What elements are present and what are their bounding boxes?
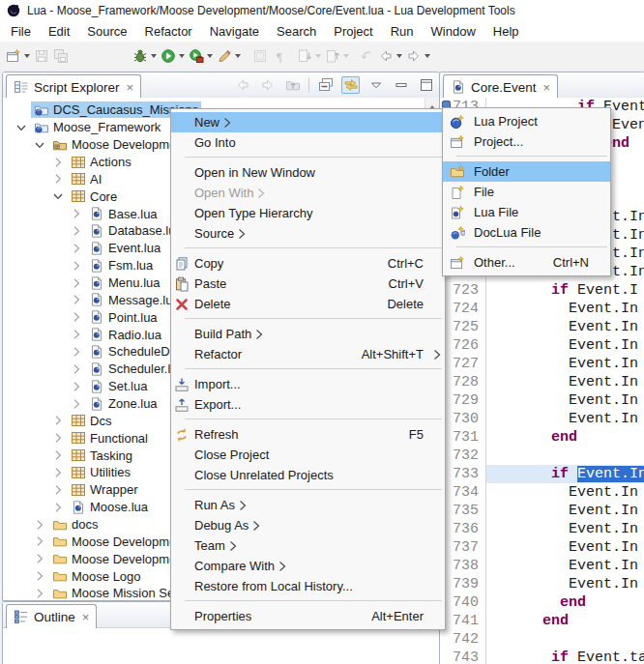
menu-item-debug-as[interactable]: Debug As — [171, 515, 445, 535]
menubar-project[interactable]: Project — [325, 22, 381, 41]
chevron-right-icon[interactable] — [48, 430, 68, 446]
code-line-735[interactable]: 735 Event.In — [440, 502, 644, 520]
tab-core-event[interactable]: Core.Event × — [443, 74, 558, 99]
code-line-733[interactable]: 733 if Event.In — [440, 465, 644, 483]
dropdown-arrow-icon[interactable] — [235, 54, 241, 58]
menu-item-open-in-new-window[interactable]: Open in New Window — [171, 162, 445, 183]
dropdown-arrow-icon[interactable] — [315, 54, 321, 58]
menu-item-paste[interactable]: PasteCtrl+V — [171, 274, 445, 294]
menu-item-compare-with[interactable]: Compare With — [171, 556, 445, 576]
chevron-right-icon[interactable] — [48, 500, 68, 515]
menubar-source[interactable]: Source — [78, 22, 135, 41]
dropdown-arrow-icon[interactable] — [343, 54, 349, 58]
view-menu-button[interactable] — [366, 76, 385, 94]
back-button[interactable] — [376, 45, 404, 67]
code-line-742[interactable]: 742 — [440, 630, 644, 649]
menu-item-file[interactable]: File — [443, 182, 610, 202]
code-line-740[interactable]: 740 end — [440, 593, 644, 612]
show-whitespace-button[interactable]: ¶ — [270, 45, 289, 67]
code-line-737[interactable]: 737 Event.In — [440, 538, 644, 557]
chevron-right-icon[interactable] — [67, 258, 86, 274]
chevron-down-icon[interactable] — [12, 120, 31, 135]
menu-item-delete[interactable]: DeleteDelete — [171, 294, 445, 314]
tab-script-explorer[interactable]: Script Explorer × — [6, 74, 141, 99]
code-line-736[interactable]: 736 Event.In — [440, 520, 644, 538]
run-button[interactable] — [159, 45, 187, 67]
close-icon[interactable]: × — [125, 80, 134, 95]
code-line-743[interactable]: 743 if Event.ta — [440, 649, 644, 664]
dropdown-arrow-icon[interactable] — [207, 54, 213, 58]
menu-item-close-project[interactable]: Close Project — [171, 445, 445, 465]
new-wizard-button[interactable] — [4, 45, 32, 67]
last-edit-location-button[interactable] — [357, 45, 376, 67]
menu-item-source[interactable]: Source — [171, 223, 445, 244]
close-icon[interactable]: × — [542, 80, 551, 95]
code-line-739[interactable]: 739 Event.In — [440, 575, 644, 593]
chevron-right-icon[interactable] — [67, 379, 86, 394]
open-type-button[interactable] — [250, 45, 270, 67]
close-icon[interactable]: × — [80, 610, 90, 624]
code-line-727[interactable]: 727 Event.In — [440, 355, 644, 373]
menu-item-open-type-hierarchy[interactable]: Open Type Hierarchy — [171, 203, 445, 223]
external-tools-button[interactable] — [215, 45, 243, 67]
save-button[interactable] — [32, 45, 51, 67]
dropdown-arrow-icon[interactable] — [396, 54, 402, 58]
code-line-725[interactable]: 725 Event.In — [440, 318, 644, 336]
chevron-right-icon[interactable] — [48, 482, 68, 498]
chevron-right-icon[interactable] — [48, 171, 68, 187]
chevron-right-icon[interactable] — [67, 396, 86, 412]
chevron-right-icon[interactable] — [67, 292, 86, 307]
menu-item-close-unrelated-projects[interactable]: Close Unrelated Projects — [171, 465, 445, 485]
link-with-editor-button[interactable] — [341, 76, 360, 94]
chevron-right-icon[interactable] — [67, 275, 86, 291]
code-line-726[interactable]: 726 Event.In — [440, 336, 644, 355]
menu-item-lua-file[interactable]: Lua File — [443, 202, 610, 222]
menu-item-export[interactable]: Export... — [171, 394, 445, 415]
menu-item-folder[interactable]: Folder — [443, 161, 610, 182]
code-line-730[interactable]: 730 Event.In — [440, 410, 644, 428]
chevron-right-icon[interactable] — [67, 361, 86, 377]
chevron-right-icon[interactable] — [30, 568, 49, 584]
menubar-search[interactable]: Search — [268, 22, 325, 41]
chevron-right-icon[interactable] — [67, 241, 86, 256]
nav-forward-button[interactable] — [258, 76, 277, 94]
nav-back-button[interactable] — [233, 76, 251, 94]
menu-item-build-path[interactable]: Build Path — [171, 324, 445, 344]
menubar-file[interactable]: File — [2, 22, 40, 41]
code-line-734[interactable]: 734 Event.In — [440, 483, 644, 502]
chevron-right-icon[interactable] — [67, 327, 86, 342]
menu-item-refresh[interactable]: RefreshF5 — [171, 424, 445, 445]
run-last-tool-button[interactable] — [187, 45, 215, 67]
chevron-right-icon[interactable] — [30, 517, 49, 533]
chevron-right-icon[interactable] — [48, 465, 68, 480]
dropdown-arrow-icon[interactable] — [179, 54, 185, 58]
menu-item-restore-from-local-history[interactable]: Restore from Local History... — [171, 576, 445, 596]
menu-item-copy[interactable]: CopyCtrl+C — [171, 253, 445, 274]
chevron-right-icon[interactable] — [48, 155, 68, 170]
menubar-help[interactable]: Help — [484, 22, 528, 41]
code-line-738[interactable]: 738 Event.In — [440, 557, 644, 575]
maximize-button[interactable] — [417, 76, 435, 94]
menubar-navigate[interactable]: Navigate — [201, 22, 268, 41]
menubar-edit[interactable]: Edit — [40, 22, 78, 41]
chevron-right-icon[interactable] — [30, 551, 49, 566]
chevron-down-icon[interactable] — [30, 137, 49, 153]
menubar-run[interactable]: Run — [382, 22, 423, 41]
code-line-741[interactable]: 741 end — [440, 612, 644, 630]
code-line-724[interactable]: 724 Event.In — [440, 300, 644, 318]
save-all-button[interactable] — [51, 45, 71, 67]
chevron-right-icon[interactable] — [48, 413, 68, 428]
chevron-down-icon[interactable] — [48, 188, 68, 204]
dropdown-arrow-icon[interactable] — [24, 54, 30, 58]
chevron-right-icon[interactable] — [30, 534, 49, 549]
code-line-732[interactable]: 732 — [440, 447, 644, 465]
prev-annotation-button[interactable] — [323, 45, 351, 67]
menubar-window[interactable]: Window — [423, 22, 484, 41]
chevron-right-icon[interactable] — [30, 586, 49, 600]
code-line-729[interactable]: 729 Event.In — [440, 391, 644, 410]
next-annotation-button[interactable] — [295, 45, 323, 67]
code-line-731[interactable]: 731 end — [440, 428, 644, 447]
chevron-right-icon[interactable] — [67, 206, 86, 221]
menu-item-project[interactable]: Project... — [443, 131, 610, 152]
menu-item-open-with[interactable]: Open With — [171, 183, 445, 203]
